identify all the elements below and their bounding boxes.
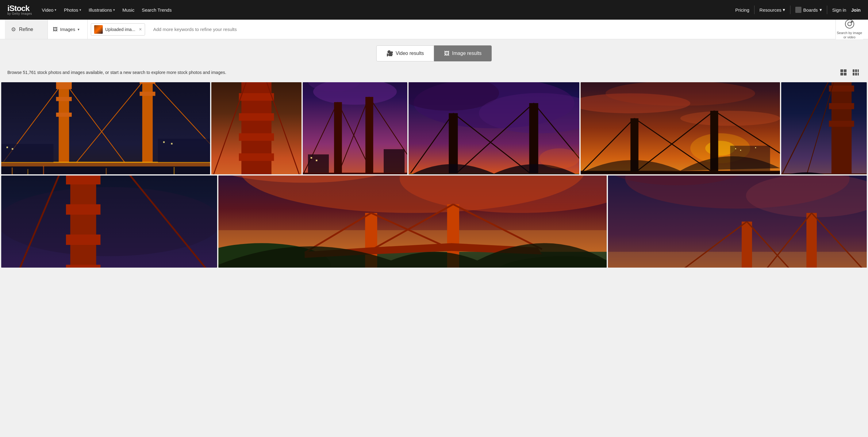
svg-rect-106: [829, 121, 854, 127]
image-result-9[interactable]: [608, 176, 867, 268]
svg-rect-33: [174, 167, 175, 174]
nav-join-link[interactable]: Join: [851, 7, 861, 12]
svg-rect-48: [239, 153, 274, 161]
nav-item-illustrations[interactable]: Illustrations ▾: [89, 7, 115, 12]
svg-point-79: [539, 148, 579, 169]
image-result-1[interactable]: [1, 82, 210, 174]
chevron-down-icon: ▾: [78, 27, 80, 32]
chevron-down-icon: ▾: [80, 8, 81, 12]
nav-item-photos[interactable]: Photos ▾: [64, 7, 81, 12]
nav-music-label: Music: [122, 7, 134, 12]
video-tab-label: Video results: [396, 51, 424, 56]
search-by-image-button[interactable]: + Search by image or video: [836, 20, 863, 39]
svg-rect-97: [740, 150, 741, 151]
svg-rect-101: [832, 82, 852, 174]
svg-rect-34: [1, 144, 53, 162]
nav-search-trends-label: Search Trends: [142, 7, 172, 12]
boards-icon: [795, 7, 801, 13]
svg-rect-47: [239, 133, 274, 141]
svg-rect-105: [829, 103, 854, 109]
svg-rect-10: [858, 69, 859, 72]
browse-row: Browse 51,761 stock photos and images av…: [0, 67, 868, 82]
svg-rect-26: [140, 92, 155, 96]
nav-pricing-link[interactable]: Pricing: [735, 7, 749, 12]
svg-rect-4: [840, 69, 843, 72]
svg-rect-119: [66, 265, 101, 268]
svg-rect-13: [858, 73, 859, 76]
svg-rect-23: [56, 113, 72, 117]
nav-item-video[interactable]: Video ▾: [42, 7, 56, 12]
svg-rect-32: [106, 168, 107, 174]
nav-signin-link[interactable]: Sign in: [832, 7, 846, 12]
svg-rect-27: [1, 162, 210, 167]
svg-rect-38: [163, 142, 165, 143]
image-tab-label: Image results: [452, 51, 482, 56]
camera-icon: +: [845, 19, 854, 30]
main-content: 🎥 Video results 🖼 Image results Browse 5…: [0, 39, 868, 274]
svg-rect-9: [855, 69, 857, 72]
image-type-icon: 🖼: [53, 27, 58, 32]
svg-point-111: [1, 187, 217, 256]
refine-button[interactable]: ⚙ Refine: [5, 20, 48, 39]
nav-item-search-trends[interactable]: Search Trends: [142, 7, 172, 12]
svg-rect-36: [6, 147, 8, 148]
svg-rect-7: [844, 73, 846, 76]
svg-rect-72: [529, 103, 538, 174]
image-grid-top-row: [0, 82, 868, 174]
svg-rect-56: [366, 97, 374, 174]
svg-rect-37: [12, 148, 13, 150]
search-bar: ⚙ Refine 🖼 Images ▾ Uploaded ima... × + …: [0, 20, 868, 39]
nav-item-music[interactable]: Music: [122, 7, 134, 12]
close-icon[interactable]: ×: [139, 27, 142, 32]
svg-rect-31: [43, 166, 44, 174]
svg-rect-63: [311, 157, 312, 159]
site-logo[interactable]: iStock by Getty Images: [7, 4, 32, 16]
nav-boards-link[interactable]: Boards ▾: [795, 7, 822, 13]
filter-icon: ⚙: [11, 26, 16, 33]
nav-resources-link[interactable]: Resources ▾: [760, 7, 785, 12]
svg-rect-46: [239, 113, 274, 121]
nav-photos-label: Photos: [64, 7, 78, 12]
list-view-button[interactable]: [851, 67, 861, 77]
nav-resources-label: Resources: [760, 7, 781, 12]
image-result-6[interactable]: [781, 82, 867, 174]
svg-rect-96: [735, 148, 736, 149]
chevron-down-icon: ▾: [783, 7, 785, 12]
tab-image-results[interactable]: 🖼 Image results: [434, 46, 492, 61]
svg-rect-20: [59, 82, 69, 165]
tab-video-results[interactable]: 🎥 Video results: [376, 46, 434, 61]
svg-rect-154: [806, 213, 817, 268]
uploaded-thumbnail: [94, 25, 103, 34]
nav-right: Pricing Resources ▾ Boards ▾ Sign in Joi…: [735, 5, 861, 14]
chevron-down-icon: ▾: [113, 8, 115, 12]
svg-rect-116: [66, 176, 101, 184]
nav-boards-label: Boards: [803, 7, 818, 12]
image-result-3[interactable]: [303, 82, 407, 174]
svg-rect-22: [56, 97, 72, 101]
images-label: Images: [60, 27, 75, 32]
logo-sub: by Getty Images: [7, 12, 32, 16]
svg-rect-25: [140, 82, 155, 84]
svg-text:+: +: [851, 19, 852, 22]
image-result-8[interactable]: [218, 176, 607, 268]
image-icon: 🖼: [444, 50, 450, 57]
svg-point-84: [680, 111, 780, 126]
svg-rect-153: [742, 222, 752, 268]
svg-rect-35: [158, 139, 210, 162]
refine-label: Refine: [19, 27, 33, 32]
nav-divider-3: [827, 5, 827, 14]
content-type-dropdown[interactable]: 🖼 Images ▾: [48, 20, 88, 39]
image-result-7[interactable]: [1, 176, 217, 268]
nav-video-label: Video: [42, 7, 53, 12]
image-grid-bottom-row: [0, 176, 868, 268]
search-input[interactable]: [148, 20, 836, 39]
svg-rect-118: [66, 234, 101, 245]
image-result-2[interactable]: [211, 82, 302, 174]
grid-view-button[interactable]: [839, 67, 848, 77]
nav-divider: [754, 5, 754, 14]
image-result-5[interactable]: [581, 82, 780, 174]
image-result-4[interactable]: [408, 82, 579, 174]
navbar: iStock by Getty Images Video ▾ Photos ▾ …: [0, 0, 868, 20]
svg-rect-30: [27, 169, 28, 174]
svg-rect-113: [70, 176, 96, 268]
